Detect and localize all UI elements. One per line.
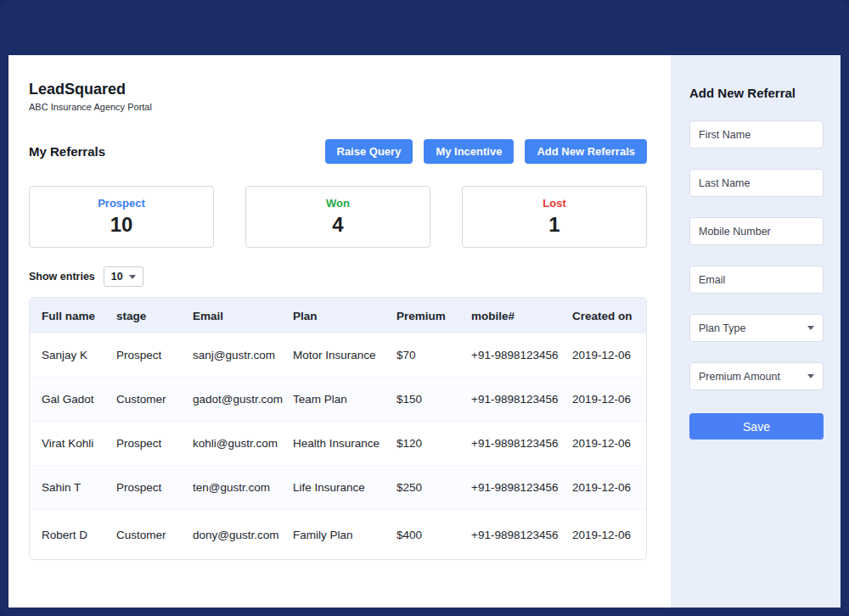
cell-email: kohli@gustr.com <box>193 437 293 450</box>
cell-full-name: Robert D <box>42 529 116 541</box>
cell-created-on: 2019-12-06 <box>572 437 646 450</box>
cell-mobile: +91-9898123456 <box>471 481 572 494</box>
email-field[interactable] <box>689 266 824 294</box>
header-email: Email <box>193 310 293 322</box>
table-body: Sanjay K Prospect sanj@gustr.com Motor I… <box>30 333 646 559</box>
cell-plan: Health Insurance <box>293 437 396 450</box>
stat-card-lost: Lost 1 <box>462 186 647 248</box>
cell-plan: Family Plan <box>293 529 396 541</box>
table-row: Virat Kohli Prospect kohli@gustr.com Hea… <box>30 422 646 466</box>
cell-full-name: Gal Gadot <box>42 393 116 406</box>
stat-label: Prospect <box>98 197 145 210</box>
table-row: Robert D Customer dony@gustr.com Family … <box>30 510 646 559</box>
plan-type-select[interactable]: Plan Type <box>689 314 824 342</box>
last-name-field[interactable] <box>689 169 824 197</box>
cell-mobile: +91-9898123456 <box>471 437 572 450</box>
header-created-on: Created on <box>572 310 646 322</box>
page-title: LeadSquared <box>29 81 647 98</box>
cell-full-name: Virat Kohli <box>42 437 116 450</box>
cell-created-on: 2019-12-06 <box>572 529 646 541</box>
sidebar-title: Add New Referral <box>689 86 824 100</box>
header-premium: Premium <box>396 310 471 322</box>
header-full-name: Full name <box>42 310 116 322</box>
cell-created-on: 2019-12-06 <box>572 349 646 361</box>
header-plan: Plan <box>293 310 396 322</box>
entries-select[interactable]: 10 <box>104 266 143 287</box>
plan-type-value: Plan Type <box>699 322 745 334</box>
cell-email: ten@gustr.com <box>193 481 293 494</box>
cell-stage: Prospect <box>116 481 193 494</box>
content-area: LeadSquared ABC Insurance Agency Portal … <box>8 55 841 608</box>
cell-email: gadot@gustr.com <box>193 393 293 406</box>
raise-query-button[interactable]: Raise Query <box>325 139 413 164</box>
cell-stage: Prospect <box>116 437 193 450</box>
stat-value: 4 <box>332 213 343 237</box>
table-row: Gal Gadot Customer gadot@gustr.com Team … <box>30 378 646 422</box>
cell-stage: Customer <box>116 529 193 541</box>
cell-plan: Team Plan <box>293 393 396 406</box>
stat-value: 1 <box>548 213 559 237</box>
cell-full-name: Sahin T <box>42 481 116 494</box>
cell-full-name: Sanjay K <box>42 349 116 361</box>
top-nav-bar <box>8 8 841 55</box>
chevron-down-icon <box>807 326 814 330</box>
add-new-referrals-button[interactable]: Add New Referrals <box>525 139 647 164</box>
cell-plan: Motor Insurance <box>293 349 396 361</box>
stat-card-prospect: Prospect 10 <box>29 186 214 248</box>
first-name-field[interactable] <box>689 120 824 148</box>
cell-email: dony@gustr.com <box>193 529 293 541</box>
table-row: Sahin T Prospect ten@gustr.com Life Insu… <box>30 466 646 510</box>
mobile-number-field[interactable] <box>689 217 824 245</box>
add-referral-sidebar: Add New Referral Plan Type Premium Amoun… <box>671 55 841 608</box>
toolbar: My Referrals Raise Query My Incentive Ad… <box>29 139 647 164</box>
cell-premium: $400 <box>396 529 471 541</box>
cell-created-on: 2019-12-06 <box>572 481 646 494</box>
cell-premium: $150 <box>396 393 471 406</box>
header-stage: stage <box>116 310 193 322</box>
section-title: My Referrals <box>29 144 105 159</box>
chevron-down-icon <box>807 374 814 378</box>
main-panel: LeadSquared ABC Insurance Agency Portal … <box>8 55 671 608</box>
stat-label: Lost <box>543 197 565 210</box>
stat-label: Won <box>326 197 350 210</box>
save-button[interactable]: Save <box>689 413 824 440</box>
cell-premium: $120 <box>396 437 471 450</box>
referrals-table: Full name stage Email Plan Premium mobil… <box>29 297 647 560</box>
entries-row: Show entries 10 <box>29 266 647 287</box>
app-frame: LeadSquared ABC Insurance Agency Portal … <box>0 0 849 616</box>
cell-premium: $70 <box>396 349 471 361</box>
stats-row: Prospect 10 Won 4 Lost 1 <box>29 186 647 248</box>
cell-mobile: +91-9898123456 <box>471 393 572 406</box>
page-subtitle: ABC Insurance Agency Portal <box>29 102 647 112</box>
table-row: Sanjay K Prospect sanj@gustr.com Motor I… <box>30 333 646 378</box>
stat-card-won: Won 4 <box>245 186 430 248</box>
cell-plan: Life Insurance <box>293 481 396 494</box>
cell-mobile: +91-9898123456 <box>471 349 572 361</box>
cell-premium: $250 <box>396 481 471 494</box>
cell-stage: Customer <box>116 393 193 406</box>
premium-amount-value: Premium Amount <box>699 371 780 383</box>
toolbar-buttons: Raise Query My Incentive Add New Referra… <box>325 139 648 164</box>
show-entries-label: Show entries <box>29 271 95 283</box>
chevron-down-icon <box>129 275 136 279</box>
premium-amount-select[interactable]: Premium Amount <box>689 362 824 390</box>
cell-created-on: 2019-12-06 <box>572 393 646 406</box>
my-incentive-button[interactable]: My Incentive <box>424 139 514 164</box>
cell-email: sanj@gustr.com <box>193 349 293 361</box>
header-mobile: mobile# <box>471 310 572 322</box>
cell-mobile: +91-9898123456 <box>471 529 572 541</box>
table-header-row: Full name stage Email Plan Premium mobil… <box>30 298 646 333</box>
stat-value: 10 <box>110 213 133 237</box>
entries-selected-value: 10 <box>111 271 123 283</box>
cell-stage: Prospect <box>116 349 193 361</box>
